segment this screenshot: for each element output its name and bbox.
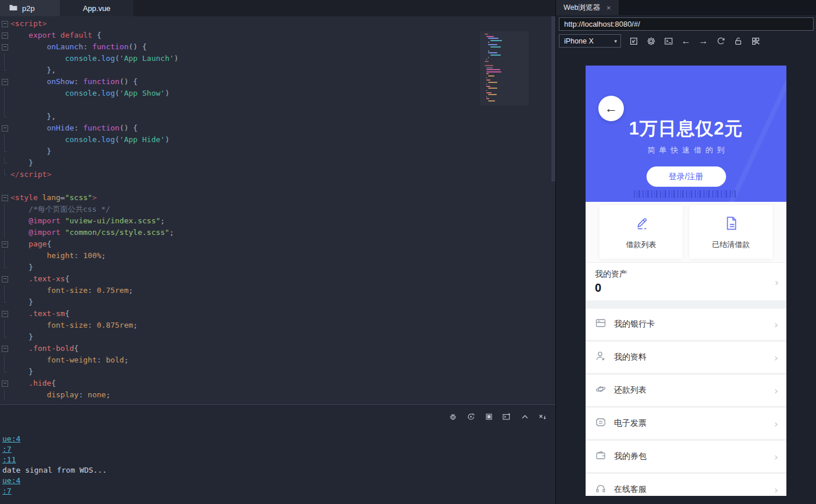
fold-toggle-icon[interactable] [0,273,10,285]
card-label: 借款列表 [626,240,656,250]
console-text: date signal from WDS... [2,465,555,476]
code-line[interactable]: font-weight: bold; [0,354,555,366]
code-line[interactable]: } [0,331,555,343]
code-line[interactable]: } [0,146,555,157]
loan-list-card[interactable]: 借款列表 [600,205,683,259]
code-line[interactable]: } [0,157,555,169]
code-line[interactable]: <style lang="scss"> [0,192,555,204]
code-line[interactable]: export default { [0,30,555,41]
gutter [0,111,10,122]
code-line[interactable] [0,180,555,192]
console-link[interactable]: :7 [2,486,555,496]
back-icon[interactable]: ← [681,37,691,46]
console-link[interactable]: :7 [2,444,555,455]
code-line[interactable]: font-size: 0.875rem; [0,320,555,331]
code-line[interactable]: .font-bold{ [0,343,555,354]
open-external-icon[interactable] [629,37,638,46]
tab-app-vue[interactable]: App.vue [60,0,133,16]
fold-toggle-icon[interactable] [0,30,10,41]
clear-console-icon[interactable] [538,412,547,421]
console-link[interactable]: :11 [2,455,555,465]
document-icon [723,215,740,234]
forward-icon[interactable]: → [699,37,708,46]
stop-icon[interactable] [484,412,493,421]
code-line[interactable]: display: none; [0,389,555,401]
fold-toggle-icon[interactable] [0,18,10,30]
code-line[interactable]: console.log('App Show') [0,88,555,99]
gutter [0,285,10,296]
code-line[interactable]: font-size: 0.75rem; [0,285,555,296]
url-input[interactable] [559,17,814,31]
code-line[interactable]: .text-sm{ [0,308,555,320]
tab-web-browser[interactable]: Web浏览器 × [556,0,619,15]
fold-toggle-icon[interactable] [0,76,10,88]
fold-toggle-icon[interactable] [0,192,10,204]
refresh-icon[interactable] [716,37,725,46]
gutter [0,53,10,64]
fold-toggle-icon[interactable] [0,343,10,354]
menu-item-repayment[interactable]: 还款列表 › [586,375,786,406]
code-line[interactable]: .text-xs{ [0,273,555,285]
code-line[interactable]: <script> [0,18,555,30]
fold-toggle-icon[interactable] [0,238,10,250]
menu-item-customer-service[interactable]: 在线客服 › [586,474,786,496]
minimap[interactable] [485,34,525,103]
settings-gear-icon[interactable] [647,37,656,46]
console-link[interactable]: ue:4 [2,476,555,486]
code-line[interactable]: height: 100%; [0,250,555,262]
settled-loans-card[interactable]: 已结清借款 [689,205,772,259]
menu-item-coupons[interactable]: 我的券包 › [586,441,786,472]
code-line[interactable]: .hide{ [0,378,555,389]
tab-p2p-project[interactable]: p2p [0,0,60,16]
code-line[interactable]: onShow: function() { [0,76,555,88]
gutter [0,320,10,331]
collapse-panel-icon[interactable] [520,412,529,421]
browser-toolbar: iPhone X ▾ ← → [556,32,816,49]
code-line[interactable] [0,99,555,111]
code-line[interactable]: } [0,366,555,378]
editor-scrollbar[interactable] [551,16,555,182]
gutter [0,262,10,273]
menu-item-invoice[interactable]: 电子发票 › [586,408,786,439]
code-line[interactable]: @import "uview-ui/index.scss"; [0,215,555,227]
qr-code-icon[interactable] [751,37,760,46]
code-line[interactable]: onHide: function() { [0,122,555,134]
back-button[interactable]: ← [598,96,624,121]
devtools-console-icon[interactable] [664,37,673,46]
fold-toggle-icon[interactable] [0,41,10,53]
code-line[interactable]: } [0,262,555,273]
console-link[interactable]: ue:4 [2,434,555,444]
code-line[interactable]: page{ [0,238,555,250]
code-line[interactable]: }, [0,64,555,76]
console-output[interactable]: ue:4:7:11date signal from WDS...ue:4:7 [2,434,555,496]
menu-label: 在线客服 [614,484,647,495]
close-icon[interactable]: × [606,3,611,12]
device-selector[interactable]: iPhone X ▾ [559,34,621,48]
code-line[interactable]: }, [0,111,555,122]
code-editor[interactable]: <script> export default { onLaunch: func… [0,16,555,404]
code-line[interactable]: } [0,296,555,308]
new-terminal-icon[interactable] [502,412,511,421]
code-line[interactable]: /*每个页面公共css */ [0,204,555,215]
menu-item-profile[interactable]: 我的资料 › [586,342,786,373]
gutter [0,215,10,227]
code-line[interactable]: console.log('App Launch') [0,53,555,64]
login-register-button[interactable]: 登录/注册 [647,166,726,187]
code-line[interactable]: </script> [0,169,555,180]
debug-bug-icon[interactable] [448,412,457,421]
code-lines: <script> export default { onLaunch: func… [0,16,555,401]
code-line[interactable]: onLaunch: function() { [0,41,555,53]
menu-item-bank-card[interactable]: 我的银行卡 › [586,309,786,340]
fold-toggle-icon[interactable] [0,378,10,389]
fold-toggle-icon[interactable] [0,308,10,320]
gutter [0,389,10,401]
restart-icon[interactable] [466,412,475,421]
gutter [0,180,10,192]
gutter [0,157,10,169]
chevron-right-icon: › [774,318,778,331]
code-line[interactable]: console.log('App Hide') [0,134,555,146]
code-line[interactable]: @import "common/css/style.scss"; [0,227,555,238]
fold-toggle-icon[interactable] [0,122,10,134]
my-assets-row[interactable]: 我的资产 0 › [586,262,786,300]
lock-icon[interactable] [734,37,743,46]
